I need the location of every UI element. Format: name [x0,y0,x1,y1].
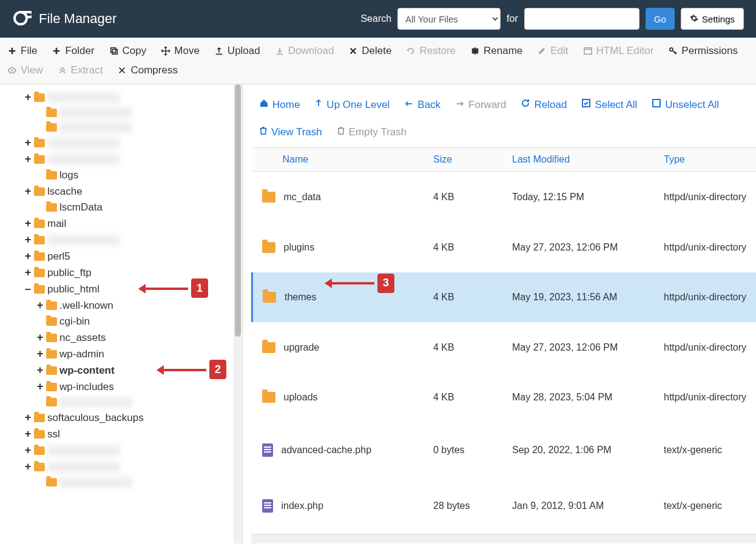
tree-toggle-icon[interactable]: + [24,444,32,457]
callout-badge-1: 1 [191,278,208,298]
tree-item-public_ftp[interactable]: +public_ftp [24,264,242,281]
tree-toggle-icon[interactable]: + [24,266,32,279]
trash-icon [259,126,268,138]
toolbar-edit: Edit [537,42,568,59]
key-icon [668,46,678,56]
tree-item-softaculous_backups[interactable]: +softaculous_backups [24,409,242,426]
tree-item-lscmData[interactable]: lscmData [24,200,242,215]
scrollbar-thumb[interactable] [235,84,241,337]
tree-item-.well-known[interactable]: +.well-known [24,297,242,314]
toolbar-move[interactable]: Move [161,42,200,59]
folder-icon [46,334,57,342]
folder-icon [46,366,57,375]
toolbar-extract: Extract [58,62,103,79]
file-row-index.php[interactable]: index.php28 bytesJan 9, 2012, 9:01 AMtex… [252,478,757,534]
col-size[interactable]: Size [428,148,507,172]
tree-item-redacted-9[interactable]: + [24,232,242,248]
tree-toggle-icon[interactable]: + [24,250,32,263]
file-row-upgrade[interactable]: upgrade4 KBMay 27, 2023, 12:06 PMhttpd/u… [252,322,757,372]
nav-unselect-all[interactable]: Unselect All [652,98,719,111]
sidebar-scrollbar[interactable] [234,84,242,544]
file-name: advanced-cache.php [282,445,372,456]
tree-toggle-icon[interactable]: + [24,411,32,424]
tree-item-redacted-1[interactable] [24,106,242,120]
tree-item-wp-content[interactable]: +wp-content2 [24,362,242,379]
file-row-advanced-cache.php[interactable]: advanced-cache.php0 bytesSep 20, 2022, 1… [252,422,757,478]
tree-item-redacted-0[interactable]: + [24,89,242,106]
col-name[interactable]: Name [252,148,429,172]
file-table: Name Size Last Modified Type mc_data4 KB… [251,147,756,534]
tree-item-redacted-23[interactable]: + [24,459,242,475]
tree-toggle-icon[interactable]: + [24,428,32,440]
home-icon [259,98,269,111]
col-modified[interactable]: Last Modified [507,148,659,172]
folder-icon [46,109,57,117]
file-row-plugins[interactable]: plugins4 KBMay 27, 2023, 12:06 PMhttpd/u… [252,222,757,272]
tree-item-perl5[interactable]: +perl5 [24,248,242,264]
file-list-panel: HomeUp One LevelBackForwardReloadSelect … [243,84,756,544]
col-type[interactable]: Type [659,148,756,172]
tree-toggle-icon[interactable]: + [36,348,44,360]
nav-view-trash[interactable]: View Trash [259,126,322,138]
toolbar-upload[interactable]: Upload [214,42,260,59]
nav-reload[interactable]: Reload [521,98,567,111]
tree-item-redacted-24[interactable] [24,475,242,490]
tree-item-redacted-19[interactable] [24,395,242,409]
tree-item-redacted-2[interactable] [24,120,242,135]
forward-icon [455,99,465,111]
tree-item-ssl[interactable]: +ssl [24,426,242,442]
tree-item-nc_assets[interactable]: +nc_assets [24,329,242,346]
svg-rect-5 [584,48,591,55]
nav-back[interactable]: Back [404,98,440,111]
toolbar-rename[interactable]: Rename [470,42,522,59]
settings-button[interactable]: Settings [681,8,744,30]
tree-toggle-icon[interactable]: + [36,380,44,393]
go-button[interactable]: Go [646,8,675,30]
file-type: httpd/unix-directory [659,172,756,223]
file-type: httpd/unix-directory [659,372,756,423]
tree-item-lscache[interactable]: +lscache [24,183,242,200]
tree-item-mail[interactable]: +mail [24,215,242,232]
tree-toggle-icon[interactable]: + [36,331,44,344]
search-input[interactable] [524,8,640,30]
tree-item-redacted-22[interactable]: + [24,442,242,459]
tree-item-wp-admin[interactable]: +wp-admin [24,346,242,362]
tree-toggle-icon[interactable]: + [24,153,32,166]
tree-toggle-icon[interactable]: + [24,136,32,149]
file-name: plugins [284,242,315,253]
search-scope-select[interactable]: All Your Files [397,8,501,30]
tree-toggle-icon[interactable]: – [24,283,32,295]
nav-home[interactable]: Home [259,98,300,111]
tree-item-public_html[interactable]: –public_html1 [24,281,242,297]
tree-item-redacted-4[interactable]: + [24,151,242,167]
toolbar-copy[interactable]: Copy [109,42,147,59]
tree-toggle-icon[interactable]: + [24,460,32,473]
eye-icon [7,66,17,75]
tree-item-redacted-3[interactable]: + [24,135,242,151]
toolbar-compress[interactable]: Compress [117,62,177,79]
nav-up-one-level[interactable]: Up One Level [314,98,390,111]
folder-icon [34,252,45,261]
folder-icon [34,414,45,422]
edit-icon [537,46,547,56]
file-row-uploads[interactable]: uploads4 KBMay 28, 2023, 5:04 PMhttpd/un… [252,372,757,423]
tree-toggle-icon[interactable]: + [24,91,32,104]
tree-toggle-icon[interactable]: + [24,234,32,246]
toolbar-file[interactable]: File [7,42,37,59]
up-icon [314,98,323,111]
tree-toggle-icon[interactable]: + [24,217,32,230]
file-row-themes[interactable]: themes34 KBMay 19, 2023, 11:56 AMhttpd/u… [252,272,757,323]
file-modified: Today, 12:15 PM [507,172,659,223]
file-row-mc_data[interactable]: mc_data4 KBToday, 12:15 PMhttpd/unix-dir… [252,172,757,223]
tree-toggle-icon[interactable]: + [36,299,44,312]
tree-toggle-icon[interactable]: + [36,364,44,377]
tree-item-logs[interactable]: logs [24,167,242,183]
nav-select-all[interactable]: Select All [581,98,637,111]
horizontal-scrollbar[interactable] [251,534,756,544]
tree-item-cgi-bin[interactable]: cgi-bin [24,314,242,329]
tree-item-wp-includes[interactable]: +wp-includes [24,379,242,395]
toolbar-delete[interactable]: Delete [348,42,391,59]
toolbar-folder[interactable]: Folder [52,42,94,59]
tree-toggle-icon[interactable]: + [24,185,32,198]
toolbar-permissions[interactable]: Permissions [668,42,738,59]
